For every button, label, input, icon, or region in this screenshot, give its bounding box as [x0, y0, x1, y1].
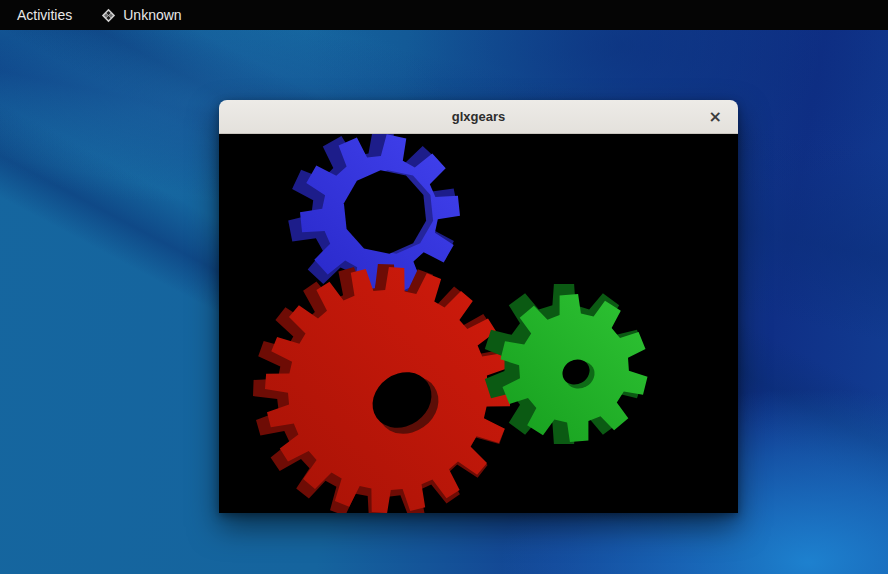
glxgears-window: glxgears ×: [219, 100, 738, 513]
window-title: glxgears: [452, 109, 505, 124]
green-gear: [485, 284, 648, 444]
red-gear: [253, 264, 511, 513]
app-menu-label: Unknown: [123, 7, 181, 23]
blue-gear: [288, 134, 460, 300]
unknown-app-icon: [101, 8, 116, 23]
window-titlebar[interactable]: glxgears ×: [219, 100, 738, 134]
gears-canvas: [219, 134, 738, 513]
gl-viewport: [219, 134, 738, 513]
activities-button[interactable]: Activities: [0, 0, 89, 30]
app-menu[interactable]: Unknown: [89, 0, 193, 30]
desktop-wallpaper: Activities Unknown glxgears ×: [0, 0, 888, 574]
close-button[interactable]: ×: [706, 100, 725, 133]
top-bar: Activities Unknown: [0, 0, 888, 30]
